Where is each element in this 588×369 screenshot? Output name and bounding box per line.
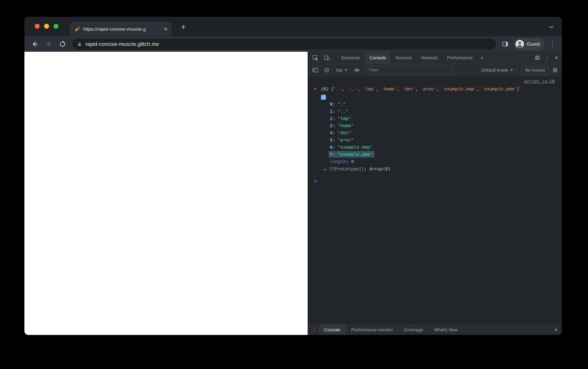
zoom-window-button[interactable] <box>53 24 59 29</box>
live-expression-eye-icon[interactable] <box>354 67 360 73</box>
url-text: rapid-concise-muscle.glitch.me <box>85 41 159 47</box>
browser-window: https://rapid-concise-muscle.g × + <box>24 17 562 335</box>
colon: : <box>346 159 349 164</box>
devtools-tab-elements[interactable]: Elements <box>337 52 365 64</box>
entry-key: 4 <box>330 130 333 135</box>
colon: : <box>333 102 335 107</box>
entry-value: ".." <box>338 109 348 114</box>
comma: , <box>397 86 400 92</box>
entry-key: 5 <box>330 137 333 143</box>
devtools-tab-sources[interactable]: Sources <box>391 52 416 64</box>
profile-chip[interactable]: Guest <box>514 38 544 50</box>
console-input-row[interactable]: > <box>308 178 562 184</box>
console-settings-gear-icon[interactable] <box>552 67 558 73</box>
divider <box>333 66 333 74</box>
drawer-menu-kebab-icon[interactable]: ⋮ <box>312 327 317 332</box>
array-preview-row: ▼ (8)['.','..','tmp','home','dev','proc'… <box>308 85 562 92</box>
comma: , <box>437 86 440 92</box>
clear-console-icon[interactable] <box>324 67 330 73</box>
log-levels-selector[interactable]: Default levels <box>481 68 513 73</box>
console-prompt-chevron-icon: > <box>314 178 317 184</box>
colon: : <box>333 152 335 157</box>
entry-value: "." <box>338 102 346 107</box>
array-entry-row: 6:"example.bmp" <box>308 144 562 151</box>
comma: , <box>358 86 361 92</box>
array-entry-row: 0:"." <box>308 101 562 108</box>
drawer-tab-console[interactable]: Console <box>319 325 346 335</box>
source-location-link[interactable]: script.js:10 <box>524 79 555 84</box>
comma: , <box>416 86 418 92</box>
drawer-tab-performance-monitor[interactable]: Performance monitor <box>346 325 398 335</box>
chevron-down-icon <box>345 69 347 71</box>
close-window-button[interactable] <box>35 24 40 29</box>
console-sidebar-icon[interactable] <box>312 67 319 73</box>
colon: : <box>364 166 367 172</box>
preview-string: 'home' <box>381 86 397 92</box>
preview-string: 'example.pbm' <box>482 86 517 92</box>
drawer-close-icon[interactable]: × <box>553 327 559 333</box>
console-toolbar: top Default levels No Issues <box>308 64 562 76</box>
preview-string: 'tmp' <box>363 86 376 92</box>
drawer-tab-coverage[interactable]: Coverage <box>398 325 429 335</box>
colon: : <box>333 116 335 121</box>
browser-menu-kebab-icon[interactable]: ⋮ <box>549 41 556 48</box>
forward-button[interactable] <box>45 40 53 48</box>
prototype-value: Array(0) <box>369 166 391 172</box>
devtools-settings-gear-icon[interactable] <box>534 54 541 61</box>
array-entry-row: 5:"proc" <box>308 136 562 144</box>
party-popper-favicon-icon <box>74 26 80 32</box>
colon: : <box>333 130 335 135</box>
array-entry-row: 1:".." <box>308 108 562 115</box>
device-toolbar-icon[interactable] <box>324 54 330 61</box>
collapse-triangle-icon[interactable]: ▼ <box>314 87 321 91</box>
context-selector-label: top <box>336 68 343 73</box>
console-output: script.js:10 ▼ (8)['.','..','tmp','home'… <box>308 76 562 324</box>
colon: : <box>333 109 335 114</box>
new-tab-button[interactable]: + <box>178 22 188 32</box>
array-length-badge: (8) <box>321 86 329 92</box>
length-key: length <box>330 159 346 164</box>
tab-title: https://rapid-concise-muscle.g <box>83 26 163 32</box>
tab-close-icon[interactable]: × <box>163 26 168 32</box>
entry-key: 0 <box>330 102 333 107</box>
devtools-close-icon[interactable]: × <box>553 55 559 61</box>
expand-triangle-icon[interactable]: ▶ <box>324 167 326 171</box>
browser-toolbar: rapid-concise-muscle.glitch.me Guest ⋮ <box>24 36 562 52</box>
entry-key: 1 <box>330 109 333 114</box>
array-preview: (8)['.','..','tmp','home','dev','proc','… <box>321 86 519 92</box>
more-tabs-icon[interactable]: » <box>477 52 487 64</box>
browser-tab[interactable]: https://rapid-concise-muscle.g × <box>70 22 172 36</box>
entry-value: "proc" <box>338 137 354 143</box>
reload-button[interactable] <box>59 41 66 48</box>
prototype-row: ▶[[Prototype]]:Array(0) <box>308 165 562 173</box>
minimize-window-button[interactable] <box>44 24 49 29</box>
devtools-tab-performance[interactable]: Performance <box>442 52 478 64</box>
entry-key: 7 <box>330 152 333 157</box>
devtools-panel: Elements Console Sources Network Perform… <box>308 52 562 335</box>
window-controls <box>35 24 59 29</box>
entry-value: "dev" <box>338 130 351 135</box>
devtools-menu-kebab-icon[interactable]: ⋮ <box>544 55 550 61</box>
info-row: i <box>308 94 562 101</box>
entry-key: 3 <box>330 123 333 128</box>
value-evaluated-info-icon[interactable]: i <box>321 95 326 100</box>
preview-string: 'dev' <box>402 86 416 92</box>
back-button[interactable] <box>31 40 39 48</box>
context-selector[interactable]: top <box>336 68 347 73</box>
chevron-down-icon <box>510 69 513 71</box>
devtools-tabbar: Elements Console Sources Network Perform… <box>308 52 562 64</box>
tab-overview-chevron-icon[interactable] <box>547 23 556 31</box>
devtools-tab-console[interactable]: Console <box>365 52 391 64</box>
array-entry-row: 3:"home" <box>308 122 562 129</box>
drawer-tab-whats-new[interactable]: What's New <box>429 325 463 335</box>
devtools-tab-network[interactable]: Network <box>416 52 442 64</box>
no-issues-button[interactable]: No Issues <box>521 66 549 74</box>
devtools-drawer: ⋮ Console Performance monitor Coverage W… <box>308 324 562 335</box>
side-panel-icon[interactable] <box>502 41 509 48</box>
console-filter-input[interactable] <box>366 66 452 74</box>
entry-value: "example.bmp" <box>338 144 373 150</box>
address-bar[interactable]: rapid-concise-muscle.glitch.me <box>72 39 496 50</box>
inspect-element-icon[interactable] <box>312 54 319 61</box>
entry-value: "home" <box>338 123 354 128</box>
preview-string: 'example.bmp' <box>442 86 477 92</box>
